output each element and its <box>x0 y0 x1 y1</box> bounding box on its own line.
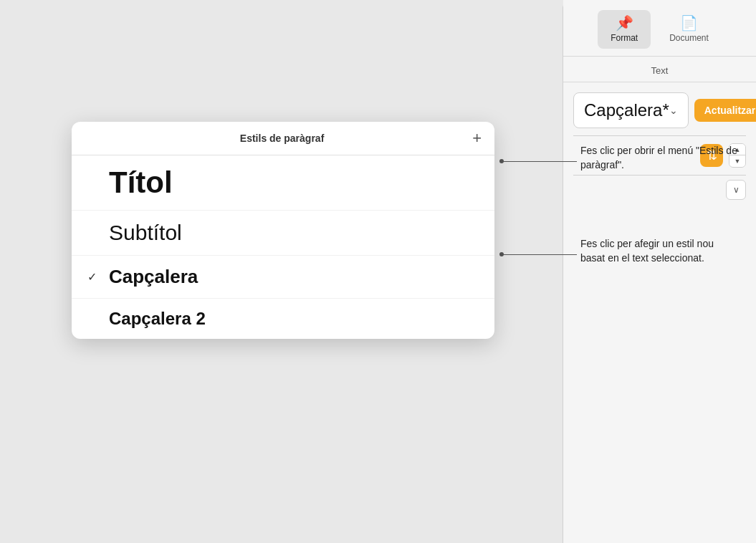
tab-format-label: Format <box>611 33 638 43</box>
annotation-text-2: Fes clic per afegir un estil nou basat e… <box>580 238 714 264</box>
chevron-down-icon: ∨ <box>733 185 740 195</box>
list-item[interactable]: Capçalera 2 <box>72 299 494 339</box>
para-styles-header: Estils de paràgraf + <box>72 122 494 155</box>
callout-dot-2 <box>499 252 504 256</box>
divider-1 <box>573 135 746 136</box>
style-titol-label: Títol <box>109 165 173 200</box>
style-selector-row: Capçalera* ⌄ Actualitzar <box>573 92 746 128</box>
annotation-add-style: Fes clic per afegir un estil nou basat e… <box>580 236 738 266</box>
list-item[interactable]: ✓ Capçalera <box>72 256 494 299</box>
paragraph-style-selector[interactable]: Capçalera* ⌄ <box>573 92 689 128</box>
expand-section-button[interactable]: ∨ <box>726 180 746 200</box>
annotation-text-1: Fes clic per obrir el menú "Estils de pa… <box>580 145 737 170</box>
style-capcalera2-label: Capçalera 2 <box>109 309 206 329</box>
tab-document[interactable]: 📄 Document <box>656 10 722 49</box>
section-title: Text <box>563 57 756 82</box>
list-item[interactable]: Títol <box>72 155 494 211</box>
update-style-button[interactable]: Actualitzar <box>694 99 756 122</box>
chevron-down-icon: ⌄ <box>669 105 678 116</box>
style-capcalera-label: Capçalera <box>109 266 198 288</box>
annotation-open-menu: Fes clic per obrir el menú "Estils de pa… <box>580 143 738 173</box>
format-icon: 📌 <box>616 16 633 30</box>
callout-dot-1 <box>499 159 504 163</box>
add-style-button[interactable]: + <box>466 130 482 146</box>
current-style-text: Capçalera* <box>584 100 669 120</box>
sidebar-panel: 📌 Format 📄 Document Text Capçalera* ⌄ Ac… <box>563 0 756 543</box>
para-styles-title: Estils de paràgraf <box>97 133 466 144</box>
callout-line-2 <box>502 254 577 255</box>
check-icon: ✓ <box>87 270 100 284</box>
sidebar-tabs: 📌 Format 📄 Document <box>563 0 756 57</box>
list-item[interactable]: Subtítol <box>72 211 494 256</box>
style-subtitol-label: Subtítol <box>109 221 182 245</box>
document-icon: 📄 <box>680 16 698 30</box>
callout-line-1 <box>502 161 577 162</box>
bottom-row: ∨ <box>573 180 746 200</box>
paragraph-styles-panel: Estils de paràgraf + Títol Subtítol ✓ Ca… <box>72 122 494 339</box>
divider-2 <box>573 175 746 176</box>
tab-format[interactable]: 📌 Format <box>598 10 651 49</box>
tab-document-label: Document <box>669 33 709 43</box>
